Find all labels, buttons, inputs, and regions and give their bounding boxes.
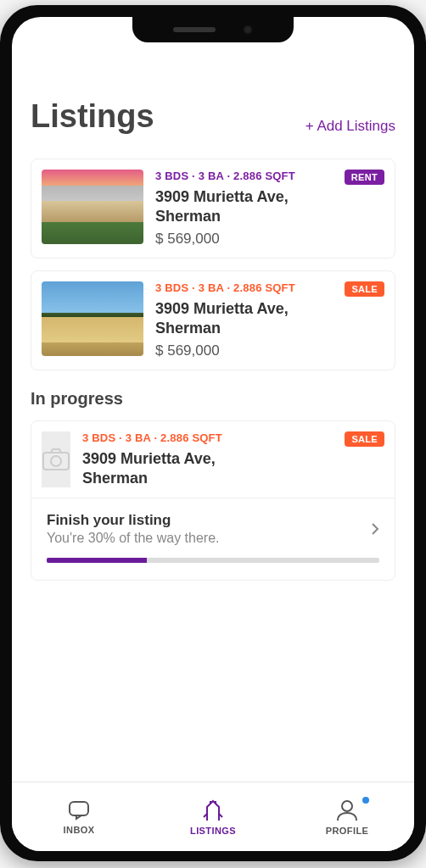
header-row: Listings + Add Listings [31,98,395,135]
listing-card[interactable]: 3 BDS · 3 BA · 2.886 SQFT3909 Murietta A… [31,159,395,259]
listing-price: $ 569,000 [155,342,384,359]
finish-listing-row[interactable]: Finish your listing You're 30% of the wa… [31,498,395,580]
tab-label: LISTINGS [190,826,236,836]
finish-listing-subtitle: You're 30% of the way there. [47,531,379,546]
phone-notch [132,17,294,42]
svg-rect-2 [70,802,88,815]
screen: Listings + Add Listings 3 BDS · 3 BA · 2… [12,17,414,851]
page-title: Listings [31,98,154,135]
listings-icon [202,798,224,822]
notification-dot-icon [362,797,369,804]
tab-bar: INBOX LISTINGS PROFILE [12,782,414,851]
content-scroll[interactable]: Listings + Add Listings 3 BDS · 3 BA · 2… [12,17,414,782]
in-progress-section-title: In progress [31,389,395,409]
listing-thumbnail-placeholder [42,431,70,487]
tab-profile[interactable]: PROFILE [305,798,390,836]
finish-listing-title: Finish your listing [47,512,379,529]
listing-card-body: 3 BDS · 3 BA · 2.886 SQFT3909 Murietta A… [155,170,384,248]
profile-icon [335,798,359,822]
listing-card-body: 3 BDS · 3 BA · 2.886 SQFT3909 Murietta A… [155,281,384,359]
phone-speaker [173,27,216,32]
in-progress-card[interactable]: 3 BDS · 3 BA · 2.886 SQFT 3909 Murietta … [31,420,395,581]
listing-thumbnail [42,281,143,356]
listing-address: 3909 Murietta Ave, Sherman [155,299,325,337]
inbox-icon [67,799,91,821]
status-badge: SALE [345,431,384,447]
listing-card-body: 3 BDS · 3 BA · 2.886 SQFT 3909 Murietta … [82,431,384,487]
svg-point-3 [342,801,352,811]
status-badge: RENT [345,170,384,185]
camera-icon [42,448,70,471]
listing-thumbnail [42,170,143,244]
svg-point-1 [51,456,61,466]
chevron-right-icon [371,522,379,536]
progress-bar [47,558,379,563]
listing-address: 3909 Murietta Ave, Sherman [155,187,325,225]
tab-label: INBOX [64,825,95,835]
tab-listings[interactable]: LISTINGS [171,798,255,836]
listing-address: 3909 Murietta Ave, Sherman [82,449,252,487]
listing-specs: 3 BDS · 3 BA · 2.886 SQFT [82,431,384,444]
listing-card[interactable]: 3 BDS · 3 BA · 2.886 SQFT3909 Murietta A… [31,270,395,370]
listing-price: $ 569,000 [155,231,384,248]
phone-camera [243,25,253,35]
status-badge: SALE [345,281,384,297]
tab-inbox[interactable]: INBOX [36,799,121,835]
tab-label: PROFILE [326,826,368,836]
progress-bar-fill [47,558,147,563]
add-listings-button[interactable]: + Add Listings [305,118,395,135]
phone-frame: Listings + Add Listings 3 BDS · 3 BA · 2… [0,5,426,861]
